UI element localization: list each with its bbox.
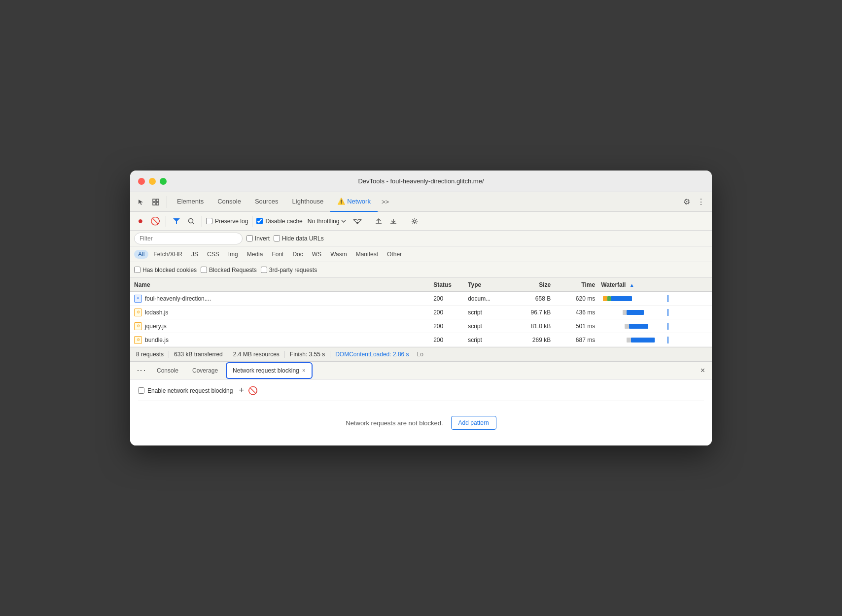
row-status: 200 <box>433 309 468 316</box>
type-js[interactable]: JS <box>187 250 202 259</box>
svg-point-4 <box>189 218 193 223</box>
window-title: DevTools - foul-heavenly-direction.glitc… <box>358 177 484 185</box>
row-size: 81.0 kB <box>512 323 557 330</box>
filter-row: Invert Hide data URLs <box>130 231 712 246</box>
status-bar: 8 requests 633 kB transferred 2.4 MB res… <box>130 347 712 361</box>
table-row[interactable]: ⚙ jquery.js 200 script 81.0 kB 501 ms <box>130 319 712 333</box>
wf-line <box>667 337 668 343</box>
toolbar-divider-2 <box>202 216 202 227</box>
blocking-add-button[interactable]: + <box>239 385 244 396</box>
record-button[interactable]: ● <box>134 215 147 228</box>
drawer-close-button[interactable]: × <box>698 366 708 375</box>
type-all[interactable]: All <box>134 250 148 259</box>
col-header-size[interactable]: Size <box>512 281 557 288</box>
tab-sources[interactable]: Sources <box>248 192 285 212</box>
svg-rect-0 <box>153 199 155 202</box>
blocked-requests-label[interactable]: Blocked Requests <box>201 267 257 274</box>
settings-icon[interactable]: ⚙ <box>679 197 694 206</box>
col-header-time[interactable]: Time <box>557 281 601 288</box>
transferred-size: 633 kB transferred <box>169 351 228 358</box>
has-blocked-label[interactable]: Has blocked cookies <box>134 267 197 274</box>
invert-checkbox[interactable] <box>246 235 253 241</box>
throttle-select[interactable]: No throttling <box>305 217 350 226</box>
type-css[interactable]: CSS <box>203 250 223 259</box>
cursor-icon[interactable] <box>134 195 148 209</box>
search-button[interactable] <box>185 215 198 228</box>
blocking-block-icon[interactable]: 🚫 <box>248 386 258 395</box>
download-icon[interactable] <box>387 215 400 228</box>
waterfall-bars <box>601 337 708 343</box>
blocking-enable-label[interactable]: Enable network request blocking <box>138 387 233 394</box>
table-row[interactable]: ⚙ lodash.js 200 script 96.7 kB 436 ms <box>130 306 712 319</box>
network-conditions-icon[interactable] <box>351 215 364 228</box>
type-font[interactable]: Font <box>268 250 287 259</box>
more-options-icon[interactable]: ⋮ <box>694 197 708 206</box>
svg-line-5 <box>193 222 195 224</box>
tab-elements[interactable]: Elements <box>170 192 210 212</box>
tab-console[interactable]: Console <box>210 192 248 212</box>
preserve-log-label[interactable]: Preserve log <box>206 218 248 225</box>
invert-label[interactable]: Invert <box>246 235 270 242</box>
col-header-waterfall[interactable]: Waterfall ▲ <box>601 281 708 288</box>
wf-bar-ssl <box>607 296 611 301</box>
drawer-three-dots-icon[interactable]: ⋮ <box>136 363 147 378</box>
tab-network[interactable]: ⚠️ Network <box>330 192 378 212</box>
drawer-tab-coverage[interactable]: Coverage <box>186 363 224 379</box>
preserve-log-checkbox[interactable] <box>206 218 212 224</box>
toolbar-divider-1 <box>166 216 166 227</box>
waterfall-bars <box>601 295 708 302</box>
type-doc[interactable]: Doc <box>288 250 307 259</box>
type-img[interactable]: Img <box>224 250 242 259</box>
add-pattern-button[interactable]: Add pattern <box>451 416 496 430</box>
third-party-label[interactable]: 3rd-party requests <box>261 267 317 274</box>
enable-blocking-checkbox[interactable] <box>138 387 144 394</box>
row-size: 96.7 kB <box>512 309 557 316</box>
drawer-tab-close-icon[interactable]: × <box>302 367 306 374</box>
type-wasm[interactable]: Wasm <box>326 250 351 259</box>
type-media[interactable]: Media <box>243 250 267 259</box>
requests-count: 8 requests <box>134 351 169 358</box>
table-row[interactable]: ⚙ bundle.js 200 script 269 kB 687 ms <box>130 333 712 347</box>
devtools-window: DevTools - foul-heavenly-direction.glitc… <box>130 171 712 445</box>
clear-button[interactable]: 🚫 <box>149 215 162 228</box>
row-status: 200 <box>433 337 468 343</box>
row-name: ⚙ lodash.js <box>134 308 433 316</box>
row-size: 269 kB <box>512 337 557 343</box>
hide-data-urls-checkbox[interactable] <box>274 235 280 241</box>
disable-cache-checkbox[interactable] <box>256 218 263 224</box>
filter-input[interactable] <box>134 233 243 244</box>
blocked-requests-checkbox[interactable] <box>201 267 207 273</box>
toolbar-divider-3 <box>252 216 252 227</box>
type-manifest[interactable]: Manifest <box>352 250 382 259</box>
col-header-type[interactable]: Type <box>468 281 512 288</box>
settings-gear-icon[interactable] <box>408 215 421 228</box>
drawer-tab-console[interactable]: Console <box>151 363 184 379</box>
maximize-button[interactable] <box>160 178 167 185</box>
waterfall-bars <box>601 323 708 330</box>
drawer-tab-network-blocking[interactable]: Network request blocking × <box>226 362 313 379</box>
hide-data-urls-label[interactable]: Hide data URLs <box>274 235 324 242</box>
wf-bar-download <box>611 296 632 301</box>
table-row[interactable]: ≡ foul-heavenly-direction.... 200 docum.… <box>130 292 712 306</box>
network-toolbar: ● 🚫 Preserve log Disable cache No thrott… <box>130 212 712 231</box>
tab-lighthouse[interactable]: Lighthouse <box>285 192 331 212</box>
upload-icon[interactable] <box>372 215 385 228</box>
type-ws[interactable]: WS <box>308 250 325 259</box>
type-fetch-xhr[interactable]: Fetch/XHR <box>149 250 186 259</box>
col-header-status[interactable]: Status <box>433 281 468 288</box>
inspect-icon[interactable] <box>149 195 163 209</box>
more-tabs-button[interactable]: >> <box>378 198 393 205</box>
sort-arrow-icon: ▲ <box>630 282 634 288</box>
filter-button[interactable] <box>170 215 183 228</box>
col-header-name[interactable]: Name <box>134 281 433 288</box>
has-blocked-checkbox[interactable] <box>134 267 140 273</box>
wf-line <box>667 295 668 302</box>
disable-cache-label[interactable]: Disable cache <box>256 218 302 225</box>
minimize-button[interactable] <box>149 178 156 185</box>
close-button[interactable] <box>138 178 145 185</box>
row-name: ⚙ bundle.js <box>134 336 433 344</box>
third-party-checkbox[interactable] <box>261 267 267 273</box>
row-type: script <box>468 337 512 343</box>
row-status: 200 <box>433 295 468 302</box>
type-other[interactable]: Other <box>383 250 406 259</box>
